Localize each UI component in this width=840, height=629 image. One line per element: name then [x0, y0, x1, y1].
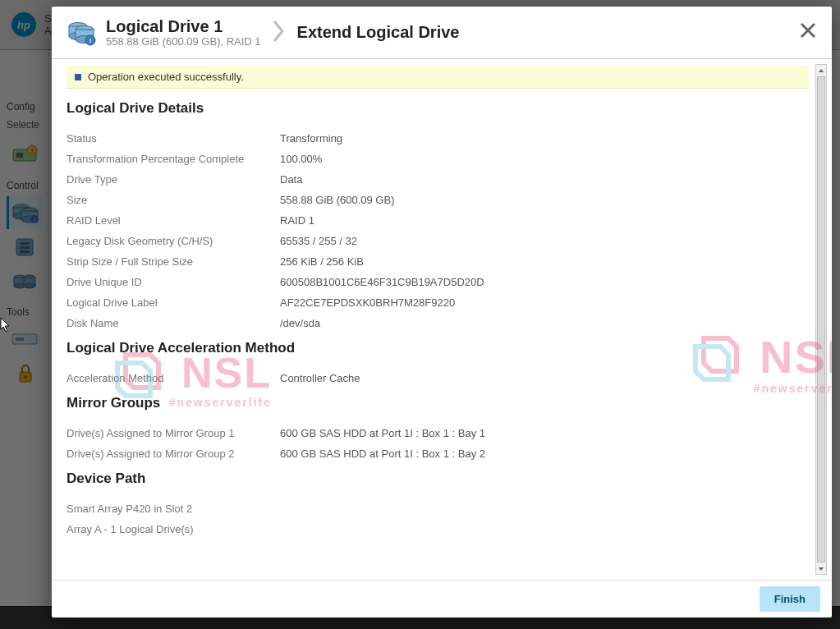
- kv-value: AF22CE7EPDSXK0BRH7M28F9220: [280, 296, 455, 309]
- scrollbar-down-icon[interactable]: [816, 563, 826, 574]
- kv-row: Transformation Percentage Complete100.00…: [67, 149, 809, 169]
- kv-value: Data: [280, 173, 302, 186]
- kv-value: 100.00%: [280, 153, 322, 165]
- kv-row: Drive Unique ID600508B1001C6E46F31C9B19A…: [67, 272, 809, 292]
- kv-row: Drive(s) Assigned to Mirror Group 2600 G…: [67, 443, 809, 464]
- kv-row: Strip Size / Full Stripe Size256 KiB / 2…: [67, 251, 809, 272]
- kv-row: Drive TypeData: [67, 169, 809, 190]
- device-path-list: Smart Array P420 in Slot 2Array A - 1 Lo…: [67, 498, 809, 539]
- kv-value: 256 KiB / 256 KiB: [280, 255, 364, 268]
- kv-key: Drive(s) Assigned to Mirror Group 1: [67, 427, 280, 439]
- chevron-right-icon: [273, 20, 286, 46]
- kv-value: 558.88 GiB (600.09 GB): [280, 194, 394, 206]
- kv-row: RAID LevelRAID 1: [67, 210, 809, 231]
- modal-header: i Logical Drive 1 558.88 GiB (600.09 GB)…: [52, 7, 832, 59]
- kv-value: 65535 / 255 / 32: [280, 235, 357, 247]
- details-table: StatusTransformingTransformation Percent…: [67, 128, 809, 333]
- kv-value: Controller Cache: [280, 372, 360, 384]
- kv-value: RAID 1: [280, 214, 314, 227]
- modal-footer: Finish: [52, 580, 832, 618]
- device-path-line: Smart Array P420 in Slot 2: [67, 498, 809, 519]
- kv-key: RAID Level: [67, 214, 280, 227]
- kv-value: 600 GB SAS HDD at Port 1I : Box 1 : Bay …: [280, 427, 485, 439]
- kv-key: Status: [67, 132, 280, 145]
- section-details-title: Logical Drive Details: [67, 100, 809, 117]
- scrollbar[interactable]: [815, 64, 827, 575]
- mirror-table: Drive(s) Assigned to Mirror Group 1600 G…: [67, 423, 809, 464]
- kv-key: Size: [67, 194, 280, 206]
- kv-key: Legacy Disk Geometry (C/H/S): [67, 235, 280, 247]
- kv-key: Strip Size / Full Stripe Size: [67, 255, 280, 268]
- kv-key: Drive Type: [67, 173, 280, 186]
- kv-value: Transforming: [280, 132, 342, 145]
- kv-row: Size558.88 GiB (600.09 GB): [67, 190, 809, 210]
- kv-key: Logical Drive Label: [67, 296, 280, 309]
- kv-row: Drive(s) Assigned to Mirror Group 1600 G…: [67, 423, 809, 443]
- modal-dialog: i Logical Drive 1 558.88 GiB (600.09 GB)…: [52, 7, 832, 618]
- kv-row: Legacy Disk Geometry (C/H/S)65535 / 255 …: [67, 231, 809, 251]
- kv-row: StatusTransforming: [67, 128, 809, 149]
- modal-step-title: Extend Logical Drive: [297, 23, 460, 42]
- section-mirror-title: Mirror Groups: [67, 395, 809, 411]
- modal-subtitle: 558.88 GiB (600.09 GB), RAID 1: [106, 35, 261, 48]
- alert-marker-icon: [75, 74, 81, 80]
- accel-table: Acceleration MethodController Cache: [67, 368, 809, 388]
- kv-key: Transformation Percentage Complete: [67, 153, 280, 165]
- scrollbar-up-icon[interactable]: [816, 65, 826, 76]
- kv-row: Acceleration MethodController Cache: [67, 368, 809, 388]
- svg-text:i: i: [90, 37, 91, 44]
- kv-key: Drive Unique ID: [67, 276, 280, 288]
- finish-button[interactable]: Finish: [760, 586, 820, 612]
- scrollbar-thumb[interactable]: [817, 76, 825, 562]
- logical-drive-icon: i: [67, 18, 96, 48]
- kv-row: Logical Drive LabelAF22CE7EPDSXK0BRH7M28…: [67, 292, 809, 313]
- alert-text: Operation executed successfully.: [88, 71, 244, 83]
- kv-key: Disk Name: [67, 317, 280, 329]
- modal-body: Operation executed successfully. Logical…: [52, 59, 832, 580]
- close-button[interactable]: [796, 18, 820, 43]
- modal-title: Logical Drive 1: [106, 17, 261, 35]
- kv-value: /dev/sda: [280, 317, 320, 329]
- kv-key: Drive(s) Assigned to Mirror Group 2: [67, 448, 280, 460]
- kv-value: 600508B1001C6E46F31C9B19A7D5D20D: [280, 276, 484, 288]
- success-alert: Operation executed successfully.: [67, 66, 809, 89]
- scroll-area[interactable]: Operation executed successfully. Logical…: [67, 66, 814, 580]
- kv-value: 600 GB SAS HDD at Port 1I : Box 1 : Bay …: [280, 448, 485, 460]
- section-device-title: Device Path: [67, 471, 809, 487]
- kv-row: Disk Name/dev/sda: [67, 313, 809, 333]
- device-path-line: Array A - 1 Logical Drive(s): [67, 519, 809, 539]
- section-accel-title: Logical Drive Acceleration Method: [67, 340, 809, 356]
- kv-key: Acceleration Method: [67, 372, 280, 384]
